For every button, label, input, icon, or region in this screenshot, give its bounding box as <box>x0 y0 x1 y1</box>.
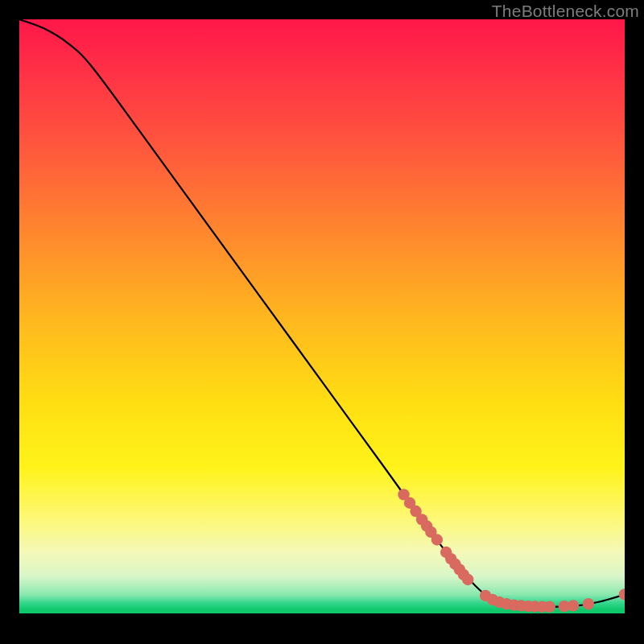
data-marker <box>568 600 579 611</box>
data-marker <box>619 588 625 600</box>
data-marker <box>431 534 443 545</box>
bottleneck-curve <box>19 19 625 607</box>
data-marker <box>462 574 473 585</box>
data-marker <box>583 598 594 609</box>
attribution-label: TheBottleneck.com <box>492 2 639 21</box>
chart-stage: TheBottleneck.com <box>0 0 644 644</box>
chart-svg <box>19 19 625 625</box>
data-markers <box>398 489 625 613</box>
data-marker <box>544 601 555 613</box>
plot-area <box>19 19 625 625</box>
